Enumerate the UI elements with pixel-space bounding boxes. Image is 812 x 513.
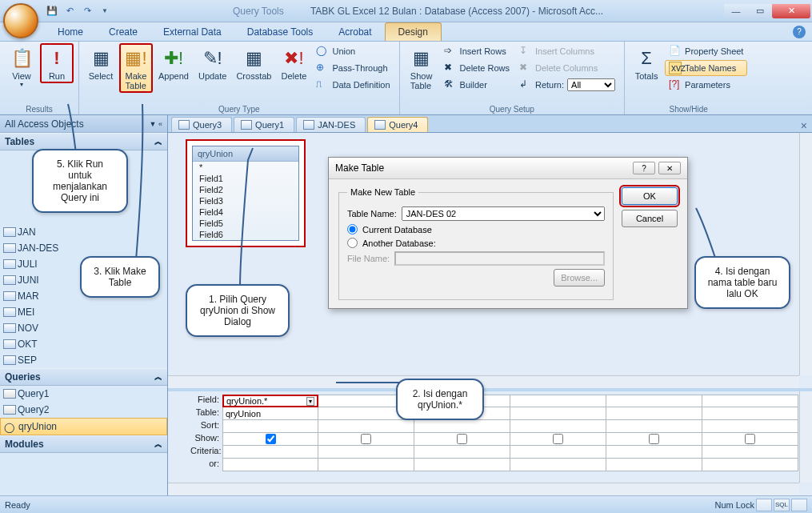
qbe-cell[interactable]	[702, 459, 798, 471]
scrollbar-vertical[interactable]	[799, 391, 812, 483]
minimize-button[interactable]: —	[724, 4, 748, 18]
parameters-button[interactable]: [?]Parameters	[665, 77, 747, 93]
view-button[interactable]: 📋 View ▾	[5, 43, 38, 90]
qbe-cell[interactable]	[606, 407, 702, 420]
doc-tab-jandes[interactable]: JAN-DES	[296, 117, 366, 132]
ok-button[interactable]: OK	[622, 187, 678, 205]
another-db-label[interactable]: Another Database:	[362, 238, 436, 248]
return-control[interactable]: ↲ Return: All	[515, 77, 619, 93]
qbe-cell[interactable]	[510, 407, 606, 420]
doc-tab-query4[interactable]: Query4	[367, 117, 428, 132]
delete-button[interactable]: ✖! Delete	[277, 43, 310, 83]
tab-external-data[interactable]: External Data	[150, 23, 234, 41]
qbe-cell[interactable]	[702, 407, 798, 420]
field-6[interactable]: Field6	[193, 229, 298, 240]
qbe-cell[interactable]	[414, 459, 510, 471]
view-mode-sql[interactable]: SQL	[774, 499, 790, 511]
nav-group-modules[interactable]: Modules︽	[0, 435, 167, 453]
qbe-sort-cell[interactable]	[222, 420, 318, 433]
tablebox-list[interactable]: * Field1 Field2 Field3 Field4 Field5 Fie…	[193, 162, 298, 240]
qbe-cell[interactable]	[510, 420, 606, 433]
field-5[interactable]: Field5	[193, 218, 298, 229]
qbe-cell[interactable]	[318, 459, 414, 471]
qbe-grid[interactable]: Field: qryUnion.*▾ Table: qryUnion	[190, 395, 799, 483]
tab-database-tools[interactable]: Database Tools	[234, 23, 326, 41]
show-checkbox[interactable]	[457, 434, 467, 444]
append-button[interactable]: ✚! Append	[154, 43, 193, 83]
delete-columns-button[interactable]: ✖Delete Columns	[515, 60, 619, 76]
qbe-field-cell[interactable]: qryUnion.*▾	[222, 395, 318, 407]
tab-design[interactable]: Design	[385, 22, 442, 41]
nav-group-tables[interactable]: Tables︽	[0, 133, 167, 150]
qbe-cell[interactable]	[510, 395, 606, 407]
query-item-query1[interactable]: Query1	[0, 386, 167, 402]
property-sheet-button[interactable]: 📄Property Sheet	[665, 43, 747, 59]
insert-columns-button[interactable]: ↧Insert Columns	[515, 43, 619, 59]
navpane-dropdown-icon[interactable]: ▼ «	[150, 120, 162, 128]
undo-icon[interactable]: ↶	[62, 4, 77, 18]
table-names-button[interactable]: xvzTable Names	[665, 60, 747, 76]
table-item-sep[interactable]: SEP	[0, 352, 167, 368]
qbe-cell[interactable]	[606, 395, 702, 407]
table-item-jan[interactable]: JAN	[0, 224, 167, 240]
qbe-table-cell[interactable]: qryUnion	[222, 407, 318, 420]
source-tablebox[interactable]: qryUnion * Field1 Field2 Field3 Field4 F…	[186, 139, 306, 247]
select-button[interactable]: ▦ Select	[84, 43, 118, 83]
return-select[interactable]: All	[567, 78, 615, 91]
doc-close-button[interactable]: ×	[796, 119, 812, 132]
dialog-titlebar[interactable]: Make Table ? ✕	[329, 158, 687, 179]
table-item-mei[interactable]: MEI	[0, 304, 167, 320]
insert-rows-button[interactable]: ➩Insert Rows	[440, 43, 514, 59]
show-table-button[interactable]: ▦ Show Table	[405, 43, 438, 93]
show-checkbox[interactable]	[361, 434, 371, 444]
delete-rows-button[interactable]: ✖Delete Rows	[440, 60, 514, 76]
scrollbar-vertical[interactable]	[799, 133, 812, 375]
run-button[interactable]: ! Run	[40, 43, 74, 83]
tab-home[interactable]: Home	[45, 23, 96, 41]
query-item-query2[interactable]: Query2	[0, 402, 167, 418]
redo-icon[interactable]: ↷	[80, 4, 94, 18]
qbe-cell[interactable]	[510, 433, 606, 446]
office-button[interactable]	[3, 3, 38, 38]
qbe-show-cell[interactable]	[222, 433, 318, 446]
cancel-button[interactable]: Cancel	[622, 210, 678, 227]
qbe-cell[interactable]	[606, 420, 702, 433]
qbe-cell[interactable]	[702, 446, 798, 459]
dialog-close-button[interactable]: ✕	[658, 162, 681, 174]
field-2[interactable]: Field2	[193, 184, 298, 195]
table-name-input[interactable]: JAN-DES 02	[402, 206, 605, 221]
table-item-jandes[interactable]: JAN-DES	[0, 240, 167, 256]
field-4[interactable]: Field4	[193, 206, 298, 218]
close-button[interactable]: ✕	[772, 4, 810, 18]
tab-acrobat[interactable]: Acrobat	[326, 23, 384, 41]
qbe-cell[interactable]	[606, 433, 702, 446]
navpane-header[interactable]: All Access Objects ▼ «	[0, 115, 167, 133]
crosstab-button[interactable]: ▦ Crosstab	[232, 43, 275, 83]
current-db-radio[interactable]	[347, 224, 358, 234]
make-table-button[interactable]: ▦! Make Table	[119, 43, 153, 93]
help-icon[interactable]: ?	[793, 26, 806, 38]
query-item-qryunion[interactable]: ◯qryUnion	[0, 418, 167, 435]
qbe-cell[interactable]	[318, 446, 414, 459]
doc-tab-query3[interactable]: Query3	[171, 117, 232, 132]
field-1[interactable]: Field1	[193, 173, 298, 184]
qbe-criteria-cell[interactable]	[222, 446, 318, 459]
save-icon[interactable]: 💾	[45, 4, 59, 18]
qat-dropdown-icon[interactable]: ▼	[98, 4, 112, 18]
qbe-cell[interactable]	[318, 420, 414, 433]
view-mode-design[interactable]	[791, 499, 807, 511]
totals-button[interactable]: Σ Totals	[630, 43, 663, 83]
pass-through-button[interactable]: ⊕ Pass-Through	[312, 60, 394, 76]
dialog-help-button[interactable]: ?	[633, 162, 655, 174]
qbe-cell[interactable]	[414, 420, 510, 433]
update-button[interactable]: ✎! Update	[194, 43, 230, 83]
qbe-or-cell[interactable]	[222, 459, 318, 471]
show-checkbox[interactable]	[649, 434, 659, 444]
tab-create[interactable]: Create	[96, 23, 150, 41]
show-checkbox[interactable]	[553, 434, 563, 444]
design-lower-pane[interactable]: Field: qryUnion.*▾ Table: qryUnion	[168, 391, 812, 495]
table-item-nov[interactable]: NOV	[0, 320, 167, 336]
qbe-cell[interactable]	[606, 459, 702, 471]
qbe-cell[interactable]	[702, 395, 798, 407]
show-checkbox[interactable]	[266, 434, 276, 444]
